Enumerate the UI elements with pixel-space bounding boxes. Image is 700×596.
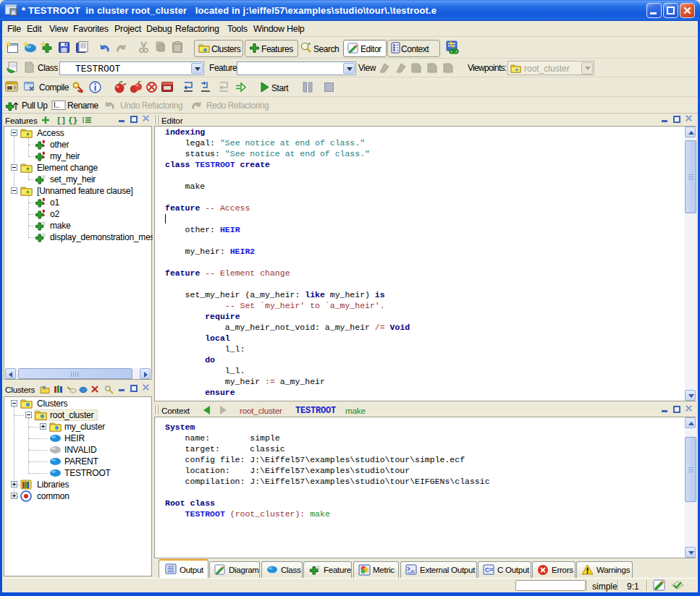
svg-text:I..: I..: [54, 101, 59, 109]
svg-text:[]: []: [56, 116, 66, 124]
svg-text:A: A: [12, 9, 16, 16]
svg-text:{}: {}: [68, 116, 77, 124]
svg-text:C=: C=: [485, 566, 493, 574]
